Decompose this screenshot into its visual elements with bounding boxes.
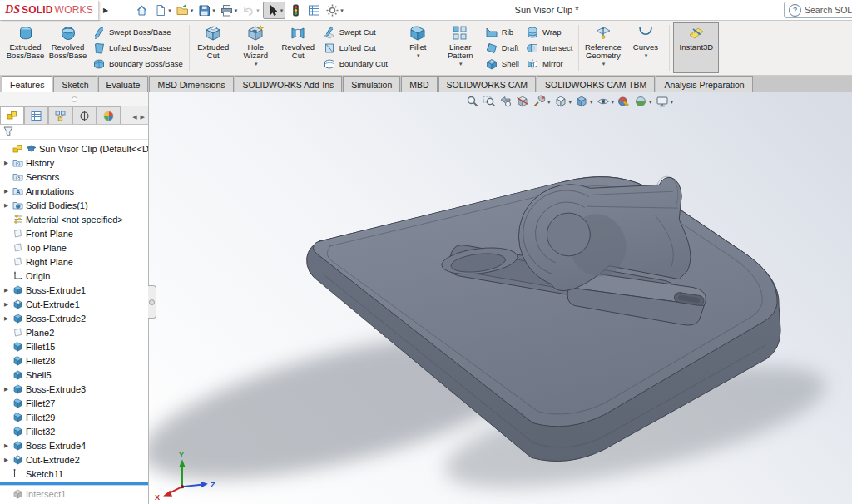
tab-evaluate[interactable]: Evaluate: [98, 76, 149, 92]
panel-grip[interactable]: [0, 92, 148, 106]
tree-item-fillet32[interactable]: Fillet32: [0, 424, 148, 438]
open-button[interactable]: ▾: [175, 2, 195, 19]
tree-item-history[interactable]: ▶History: [0, 156, 148, 170]
tree-item-material-not-specified[interactable]: Material <not specified>: [0, 212, 148, 226]
revolved-cut-button[interactable]: Revolved Cut: [278, 22, 319, 73]
tree-item-sketch11[interactable]: Sketch11: [0, 467, 148, 481]
draft-button[interactable]: Draft: [483, 40, 522, 56]
tab-sketch[interactable]: Sketch: [53, 76, 97, 92]
curves-button[interactable]: Curves▾: [625, 22, 666, 73]
expand-arrow-icon[interactable]: ▶: [2, 301, 10, 308]
lofted-boss-base-button[interactable]: Lofted Boss/Base: [90, 40, 186, 56]
dropdown-caret[interactable]: ▾: [459, 61, 463, 67]
swept-boss-base-button[interactable]: Swept Boss/Base: [90, 24, 186, 40]
view-orientation-button[interactable]: ▾: [553, 94, 573, 109]
boundary-cut-button[interactable]: Boundary Cut: [320, 56, 390, 72]
new-document-button[interactable]: ▾: [152, 2, 172, 19]
dropdown-caret[interactable]: ▾: [590, 99, 593, 105]
wrap-button[interactable]: Wrap: [523, 24, 575, 40]
tree-item-plane2[interactable]: Plane2: [0, 325, 148, 339]
rebuild-traffic-light-button[interactable]: [288, 2, 304, 19]
panel-collapse-handle[interactable]: [148, 285, 156, 319]
shell-button[interactable]: Shell: [483, 56, 522, 72]
expand-arrow-icon[interactable]: ▶: [2, 457, 10, 463]
fillet-button[interactable]: Fillet▾: [398, 22, 438, 73]
expand-arrow-icon[interactable]: ▶: [2, 386, 10, 393]
panel-scroll-right-icon[interactable]: ▶: [141, 114, 145, 121]
dropdown-caret[interactable]: ▾: [602, 61, 606, 67]
tab-mbd[interactable]: MBD: [401, 76, 437, 92]
expand-arrow-icon[interactable]: ▶: [2, 287, 10, 294]
rib-button[interactable]: Rib: [483, 24, 522, 40]
tree-item-boss-extrude3[interactable]: ▶Boss-Extrude3: [0, 382, 148, 396]
dropdown-caret[interactable]: ▾: [168, 7, 171, 13]
panel-tab-displaymanager[interactable]: [97, 106, 121, 124]
panel-tab-propertymanager[interactable]: [24, 106, 48, 124]
tree-item-intersect1[interactable]: Intersect1: [0, 487, 148, 501]
tree-item-right-plane[interactable]: Right Plane: [0, 254, 148, 269]
dropdown-caret[interactable]: ▾: [645, 52, 648, 58]
expand-arrow-icon[interactable]: ▶: [2, 160, 10, 166]
file-properties-button[interactable]: [306, 2, 322, 19]
dropdown-caret[interactable]: ▾: [417, 52, 420, 58]
tree-item-fillet27[interactable]: Fillet27: [0, 396, 148, 410]
tab-simulation[interactable]: Simulation: [343, 76, 400, 92]
expand-arrow-icon[interactable]: ▶: [2, 315, 10, 322]
tree-item-shell5[interactable]: Shell5: [0, 368, 148, 382]
section-view-button[interactable]: [515, 94, 530, 109]
panel-scroll-left-icon[interactable]: ◀: [132, 114, 136, 121]
extruded-boss-base-button[interactable]: Extruded Boss/Base: [5, 22, 46, 73]
save-button[interactable]: ▾: [196, 2, 216, 19]
linear-pattern-button[interactable]: Linear Pattern▾: [440, 22, 481, 73]
intersect-button[interactable]: Intersect: [523, 40, 575, 56]
menu-flyout-arrow[interactable]: ▶: [99, 7, 112, 14]
tree-item-cut-extrude1[interactable]: ▶Cut-Extrude1: [0, 297, 148, 311]
instant3d-button[interactable]: Instant3D: [673, 22, 719, 73]
graphics-viewport[interactable]: Y Z X ▾▾▾▾▾▾: [149, 92, 852, 504]
swept-cut-button[interactable]: Swept Cut: [320, 24, 390, 40]
tab-solidworks-cam-tbm[interactable]: SOLIDWORKS CAM TBM: [537, 76, 655, 92]
tree-item-origin[interactable]: Origin: [0, 269, 148, 283]
tab-features[interactable]: Features: [2, 76, 52, 92]
dropdown-caret[interactable]: ▾: [280, 7, 284, 13]
tree-item-fillet29[interactable]: Fillet29: [0, 410, 148, 424]
dropdown-caret[interactable]: ▾: [612, 99, 615, 105]
dropdown-caret[interactable]: ▾: [569, 99, 572, 105]
dropdown-caret[interactable]: ▾: [256, 7, 260, 13]
tab-solidworks-add-ins[interactable]: SOLIDWORKS Add-Ins: [235, 76, 343, 92]
dropdown-caret[interactable]: ▾: [340, 7, 344, 13]
rollback-bar[interactable]: [0, 482, 148, 485]
dynamic-annotation-views-button[interactable]: ▾: [532, 94, 552, 109]
tree-item-boss-extrude2[interactable]: ▶Boss-Extrude2: [0, 311, 148, 325]
zoom-to-area-button[interactable]: [482, 94, 497, 109]
tree-item-sun-visor-clip-default-default[interactable]: Sun Visor Clip (Default<<Default>: [0, 141, 148, 156]
lofted-cut-button[interactable]: Lofted Cut: [320, 40, 390, 56]
panel-tab-configurationmanager[interactable]: [48, 106, 72, 124]
home-button[interactable]: [134, 2, 150, 19]
tree-filter-row[interactable]: [0, 125, 148, 140]
expand-arrow-icon[interactable]: ▶: [2, 442, 10, 449]
dropdown-caret[interactable]: ▾: [547, 99, 551, 105]
edit-appearance-button[interactable]: [617, 94, 632, 109]
expand-arrow-icon[interactable]: ▶: [2, 202, 10, 209]
tab-solidworks-cam[interactable]: SOLIDWORKS CAM: [438, 76, 536, 92]
panel-tab-dimxpertmanager[interactable]: [72, 106, 97, 124]
tree-item-boss-extrude4[interactable]: ▶Boss-Extrude4: [0, 438, 148, 452]
undo-button[interactable]: ▾: [240, 2, 260, 19]
tree-item-annotations[interactable]: ▶AAnnotations: [0, 184, 148, 198]
hide-show-items-button[interactable]: ▾: [596, 94, 616, 109]
tab-mbd-dimensions[interactable]: MBD Dimensions: [149, 76, 233, 92]
dropdown-caret[interactable]: ▾: [235, 7, 238, 13]
print-button[interactable]: ▾: [219, 2, 239, 19]
display-style-button[interactable]: ▾: [574, 94, 594, 109]
tree-item-fillet15[interactable]: Fillet15: [0, 339, 148, 353]
hole-wizard-button[interactable]: Hole Wizard▾: [235, 22, 276, 73]
options-button[interactable]: ▾: [324, 2, 344, 19]
tab-analysis-preparation[interactable]: Analysis Preparation: [656, 76, 752, 92]
zoom-to-fit-button[interactable]: [465, 94, 480, 109]
tree-item-cut-extrude2[interactable]: ▶Cut-Extrude2: [0, 452, 148, 467]
dropdown-caret[interactable]: ▾: [649, 99, 652, 105]
mirror-button[interactable]: Mirror: [523, 56, 575, 72]
dropdown-caret[interactable]: ▾: [212, 7, 215, 13]
panel-tab-featuremanager-design-tree[interactable]: [0, 106, 24, 124]
